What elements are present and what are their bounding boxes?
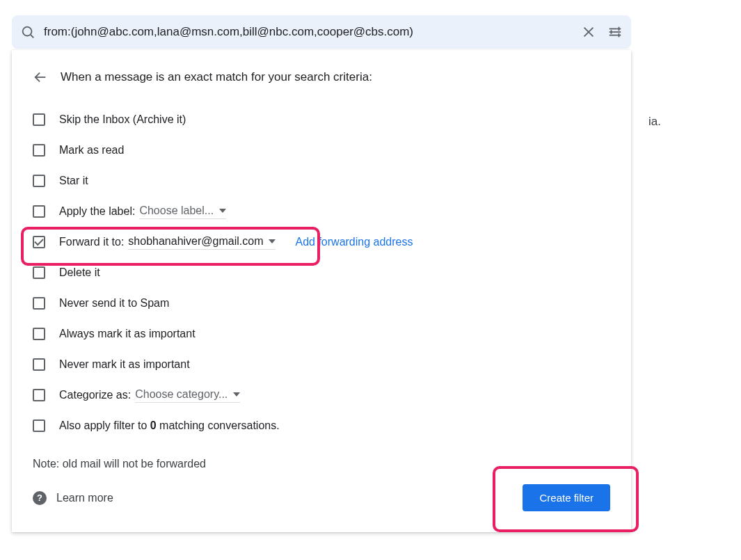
checkbox-apply-label[interactable] (33, 205, 45, 218)
also-apply-post: matching conversations. (157, 419, 280, 431)
svg-point-0 (23, 27, 32, 36)
help-icon: ? (33, 491, 47, 505)
label-apply-label: Apply the label: (59, 205, 135, 218)
label-skip-inbox: Skip the Inbox (Archive it) (59, 113, 186, 126)
label-forward-to: Forward it to: (59, 236, 124, 248)
svg-rect-12 (617, 35, 621, 36)
also-apply-count: 0 (150, 419, 157, 431)
dropdown-forward-to-text: shobhanahiver@gmail.com (128, 235, 263, 248)
also-apply-pre: Also apply filter to (59, 419, 150, 431)
dropdown-categorize[interactable]: Choose category... (135, 388, 240, 403)
svg-rect-6 (617, 29, 621, 30)
svg-line-1 (31, 35, 33, 38)
checkbox-categorize[interactable] (33, 389, 45, 401)
search-input[interactable] (44, 25, 581, 39)
option-also-apply: Also apply filter to 0 matching conversa… (33, 410, 610, 441)
learn-more-text: Learn more (56, 492, 113, 504)
panel-footer: ? Learn more Create filter (33, 484, 610, 511)
option-apply-label: Apply the label: Choose label... (33, 196, 610, 227)
dropdown-apply-label[interactable]: Choose label... (139, 205, 226, 219)
checkbox-delete-it[interactable] (33, 266, 45, 279)
panel-header-text: When a message is an exact match for you… (61, 70, 372, 84)
option-skip-inbox: Skip the Inbox (Archive it) (33, 104, 610, 135)
note-text: Note: old mail will not be forwarded (33, 458, 610, 470)
dropdown-categorize-text: Choose category... (135, 388, 228, 401)
dropdown-apply-label-text: Choose label... (139, 205, 214, 217)
checkbox-star-it[interactable] (33, 175, 45, 187)
checkbox-never-spam[interactable] (33, 297, 45, 310)
label-also-apply: Also apply filter to 0 matching conversa… (59, 419, 280, 432)
svg-rect-7 (613, 31, 621, 33)
label-categorize: Categorize as: (59, 389, 131, 401)
label-star-it: Star it (59, 175, 88, 187)
checkbox-also-apply[interactable] (33, 419, 45, 432)
dropdown-forward-to[interactable]: shobhanahiver@gmail.com (128, 235, 276, 250)
search-options-icon[interactable] (607, 24, 623, 40)
checkbox-never-important[interactable] (33, 358, 45, 371)
option-never-spam: Never send it to Spam (33, 288, 610, 319)
panel-header: When a message is an exact match for you… (33, 70, 610, 85)
filter-panel: When a message is an exact match for you… (12, 50, 631, 532)
checkbox-mark-read[interactable] (33, 144, 45, 157)
create-filter-button[interactable]: Create filter (523, 484, 610, 511)
search-icon[interactable] (20, 24, 35, 40)
back-icon[interactable] (33, 70, 48, 85)
label-never-important: Never mark it as important (59, 358, 190, 371)
label-never-spam: Never send it to Spam (59, 297, 169, 310)
add-forwarding-link[interactable]: Add forwarding address (295, 236, 413, 248)
checkbox-always-important[interactable] (33, 328, 45, 340)
checkbox-forward-to[interactable] (33, 236, 45, 248)
option-star-it: Star it (33, 166, 610, 196)
option-delete-it: Delete it (33, 257, 610, 288)
svg-rect-10 (609, 35, 617, 36)
svg-rect-4 (609, 29, 617, 30)
clear-search-icon[interactable] (581, 24, 596, 40)
search-bar (12, 15, 631, 49)
option-categorize: Categorize as: Choose category... (33, 380, 610, 410)
caret-down-icon (233, 392, 240, 397)
caret-down-icon (269, 239, 276, 243)
caret-down-icon (219, 209, 226, 213)
checkbox-skip-inbox[interactable] (33, 113, 45, 126)
option-forward-to: Forward it to: shobhanahiver@gmail.com A… (33, 227, 610, 257)
label-always-important: Always mark it as important (59, 328, 196, 340)
label-mark-read: Mark as read (59, 144, 124, 157)
option-always-important: Always mark it as important (33, 319, 610, 349)
option-mark-read: Mark as read (33, 135, 610, 166)
learn-more-link[interactable]: ? Learn more (33, 491, 113, 505)
background-text: ia. (648, 115, 661, 129)
option-never-important: Never mark it as important (33, 349, 610, 380)
label-delete-it: Delete it (59, 266, 100, 279)
svg-rect-9 (609, 31, 614, 33)
